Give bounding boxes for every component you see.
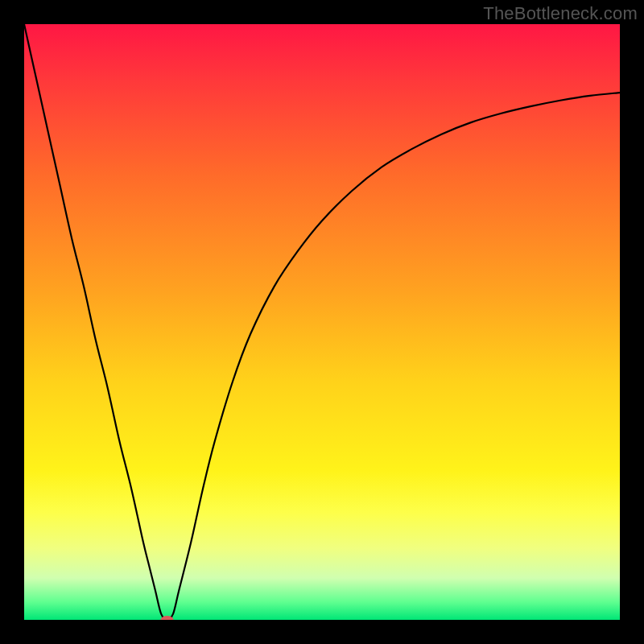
chart-frame: TheBottleneck.com (0, 0, 644, 644)
gradient-background (24, 24, 620, 620)
plot-area (24, 24, 620, 620)
chart-svg (24, 24, 620, 620)
watermark-text: TheBottleneck.com (483, 3, 638, 24)
